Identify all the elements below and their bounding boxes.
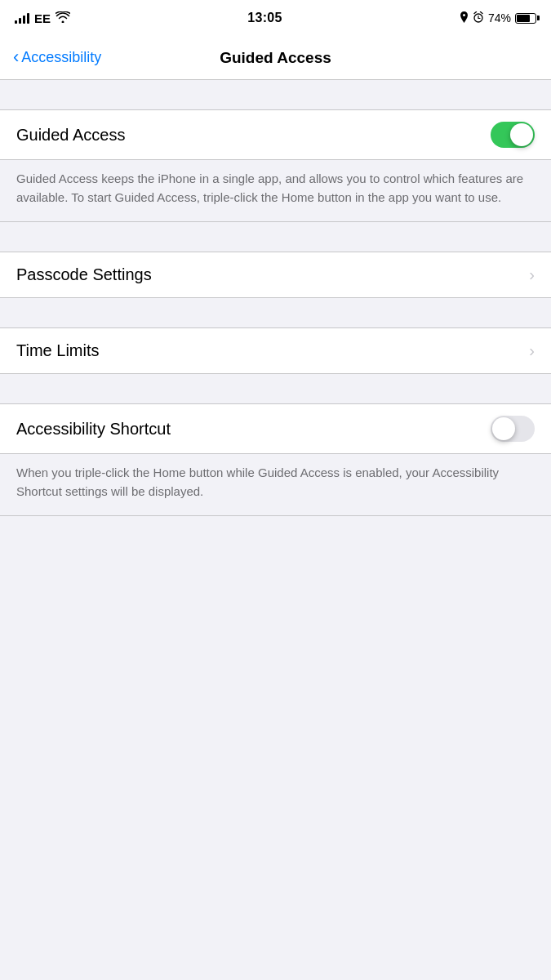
wifi-icon — [56, 11, 70, 25]
passcode-settings-label: Passcode Settings — [16, 265, 152, 284]
section-gap-2 — [0, 298, 551, 327]
accessibility-shortcut-knob — [492, 417, 515, 440]
signal-bars-icon — [15, 12, 29, 24]
guided-access-label: Guided Access — [16, 126, 125, 145]
back-chevron-icon: ‹ — [13, 48, 19, 66]
accessibility-shortcut-toggle[interactable] — [491, 416, 535, 442]
time-limits-label: Time Limits — [16, 341, 99, 360]
page-title: Guided Access — [220, 49, 331, 67]
section-gap-top — [0, 80, 551, 109]
bottom-space — [0, 516, 551, 761]
status-bar: EE 13:05 74% — [0, 0, 551, 36]
guided-access-description: Guided Access keeps the iPhone in a sing… — [16, 170, 535, 207]
passcode-settings-chevron-icon: › — [529, 265, 535, 284]
status-left: EE — [15, 11, 70, 25]
location-icon — [460, 11, 469, 25]
carrier-label: EE — [34, 11, 51, 25]
passcode-settings-row[interactable]: Passcode Settings › — [0, 252, 551, 298]
time-limits-row[interactable]: Time Limits › — [0, 327, 551, 374]
section-gap-3 — [0, 374, 551, 403]
battery-icon — [515, 13, 536, 24]
guided-access-toggle[interactable] — [491, 122, 535, 148]
guided-access-description-box: Guided Access keeps the iPhone in a sing… — [0, 160, 551, 222]
battery-percentage: 74% — [488, 11, 511, 24]
guided-access-toggle-row: Guided Access — [0, 109, 551, 160]
accessibility-shortcut-toggle-row: Accessibility Shortcut — [0, 403, 551, 454]
toggle-knob — [510, 123, 533, 146]
svg-point-0 — [463, 14, 465, 16]
back-button[interactable]: ‹ Accessibility — [13, 49, 101, 66]
navigation-bar: ‹ Accessibility Guided Access — [0, 36, 551, 80]
accessibility-shortcut-description-box: When you triple-click the Home button wh… — [0, 454, 551, 516]
time-display: 13:05 — [247, 11, 282, 25]
alarm-icon — [473, 11, 484, 25]
section-gap-1 — [0, 222, 551, 252]
status-right: 74% — [460, 11, 536, 25]
accessibility-shortcut-description: When you triple-click the Home button wh… — [16, 464, 535, 501]
back-label: Accessibility — [21, 49, 101, 66]
accessibility-shortcut-label: Accessibility Shortcut — [16, 420, 171, 439]
time-limits-chevron-icon: › — [529, 341, 535, 360]
